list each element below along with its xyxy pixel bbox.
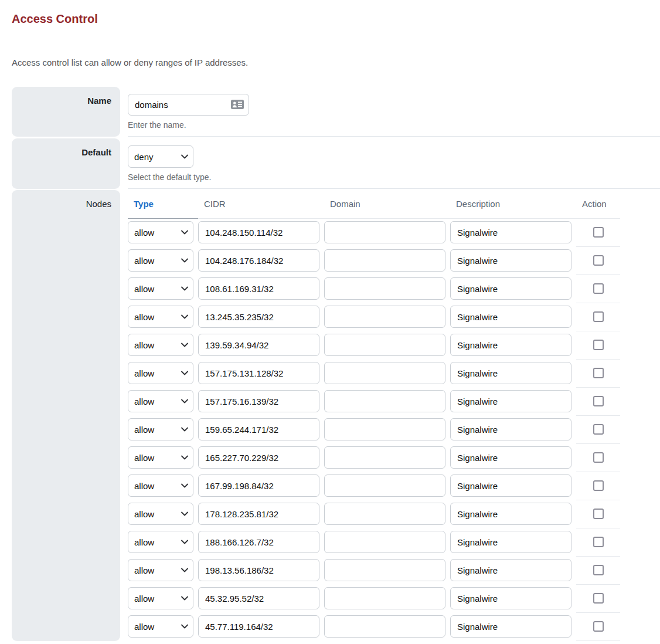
node-table-row: allow [128, 415, 620, 443]
page-description: Access control list can allow or deny ra… [12, 57, 660, 67]
node-domain-input[interactable] [324, 474, 445, 497]
node-cidr-input[interactable] [198, 362, 319, 384]
node-type-select[interactable]: allow [128, 615, 193, 638]
node-type-select[interactable]: allow [128, 418, 193, 440]
node-cidr-input[interactable] [198, 531, 319, 553]
node-type-select[interactable]: allow [128, 277, 193, 300]
node-type-select[interactable]: allow [128, 334, 193, 356]
node-type-select[interactable]: allow [128, 587, 193, 609]
node-description-input[interactable] [450, 615, 571, 638]
node-cidr-input[interactable] [198, 474, 319, 497]
node-domain-input[interactable] [324, 531, 445, 553]
node-description-input[interactable] [450, 249, 571, 272]
default-type-select[interactable]: deny [128, 145, 193, 168]
name-label-box: Name [12, 87, 120, 137]
node-action-checkbox[interactable] [593, 621, 604, 632]
node-action-checkbox[interactable] [593, 283, 604, 294]
node-type-select[interactable]: allow [128, 221, 193, 243]
node-domain-cell [324, 303, 450, 331]
node-action-checkbox[interactable] [593, 452, 604, 463]
node-domain-input[interactable] [324, 503, 445, 525]
node-cidr-input[interactable] [198, 249, 319, 272]
node-action-checkbox[interactable] [593, 311, 604, 322]
node-action-checkbox[interactable] [593, 593, 604, 604]
node-action-checkbox[interactable] [593, 509, 604, 519]
node-description-input[interactable] [450, 334, 571, 356]
node-description-input[interactable] [450, 446, 571, 469]
node-action-checkbox[interactable] [593, 255, 604, 266]
node-description-input[interactable] [450, 418, 571, 440]
node-cidr-input[interactable] [198, 334, 319, 356]
node-domain-input[interactable] [324, 249, 445, 272]
node-table-row: allow [128, 528, 620, 556]
node-domain-input[interactable] [324, 334, 445, 356]
node-description-input[interactable] [450, 531, 571, 553]
node-action-checkbox[interactable] [593, 340, 604, 350]
node-action-cell [576, 528, 620, 556]
node-description-input[interactable] [450, 362, 571, 384]
node-domain-input[interactable] [324, 446, 445, 469]
node-cidr-cell [198, 218, 324, 246]
node-cidr-cell [198, 500, 324, 528]
node-cidr-input[interactable] [198, 418, 319, 440]
column-header-type: Type [128, 190, 198, 218]
node-domain-input[interactable] [324, 418, 445, 440]
column-header-domain: Domain [324, 190, 450, 218]
node-cidr-cell [198, 443, 324, 472]
node-cidr-cell [198, 556, 324, 584]
node-cidr-input[interactable] [198, 446, 319, 469]
node-type-select[interactable]: allow [128, 306, 193, 328]
node-action-checkbox[interactable] [593, 396, 604, 406]
node-cidr-input[interactable] [198, 587, 319, 609]
node-type-select[interactable]: allow [128, 362, 193, 384]
node-type-select[interactable]: allow [128, 249, 193, 272]
node-cidr-input[interactable] [198, 277, 319, 300]
node-cidr-input[interactable] [198, 503, 319, 525]
node-description-input[interactable] [450, 390, 571, 412]
node-action-cell [576, 303, 620, 331]
node-cidr-input[interactable] [198, 615, 319, 638]
node-action-checkbox[interactable] [593, 227, 604, 238]
node-cidr-input[interactable] [198, 221, 319, 243]
node-domain-input[interactable] [324, 559, 445, 581]
contact-card-icon[interactable] [231, 100, 244, 109]
node-description-input[interactable] [450, 306, 571, 328]
node-type-select[interactable]: allow [128, 503, 193, 525]
node-type-cell: allow [128, 584, 198, 612]
node-type-select[interactable]: allow [128, 446, 193, 469]
node-action-checkbox[interactable] [593, 565, 604, 575]
node-action-cell [576, 274, 620, 303]
node-description-input[interactable] [450, 277, 571, 300]
node-cidr-input[interactable] [198, 559, 319, 581]
node-action-checkbox[interactable] [593, 537, 604, 547]
node-cidr-input[interactable] [198, 306, 319, 328]
type-sort-link[interactable]: Type [134, 199, 154, 209]
node-domain-cell [324, 528, 450, 556]
node-domain-cell [324, 472, 450, 500]
node-type-select[interactable]: allow [128, 531, 193, 553]
node-description-input[interactable] [450, 503, 571, 525]
node-domain-input[interactable] [324, 306, 445, 328]
node-domain-input[interactable] [324, 221, 445, 243]
node-type-select[interactable]: allow [128, 474, 193, 497]
node-domain-input[interactable] [324, 362, 445, 384]
node-description-input[interactable] [450, 221, 571, 243]
node-description-input[interactable] [450, 587, 571, 609]
node-description-input[interactable] [450, 559, 571, 581]
node-action-cell [576, 415, 620, 443]
node-description-cell [450, 387, 576, 415]
node-action-checkbox[interactable] [593, 480, 604, 491]
node-action-cell [576, 556, 620, 584]
node-action-checkbox[interactable] [593, 424, 604, 435]
node-domain-input[interactable] [324, 587, 445, 609]
nodes-label: Nodes [86, 199, 111, 209]
node-action-checkbox[interactable] [593, 368, 604, 378]
node-cidr-cell [198, 584, 324, 612]
node-description-input[interactable] [450, 474, 571, 497]
node-domain-input[interactable] [324, 615, 445, 638]
node-type-select[interactable]: allow [128, 390, 193, 412]
node-domain-input[interactable] [324, 277, 445, 300]
node-domain-input[interactable] [324, 390, 445, 412]
node-cidr-input[interactable] [198, 390, 319, 412]
node-type-select[interactable]: allow [128, 559, 193, 581]
